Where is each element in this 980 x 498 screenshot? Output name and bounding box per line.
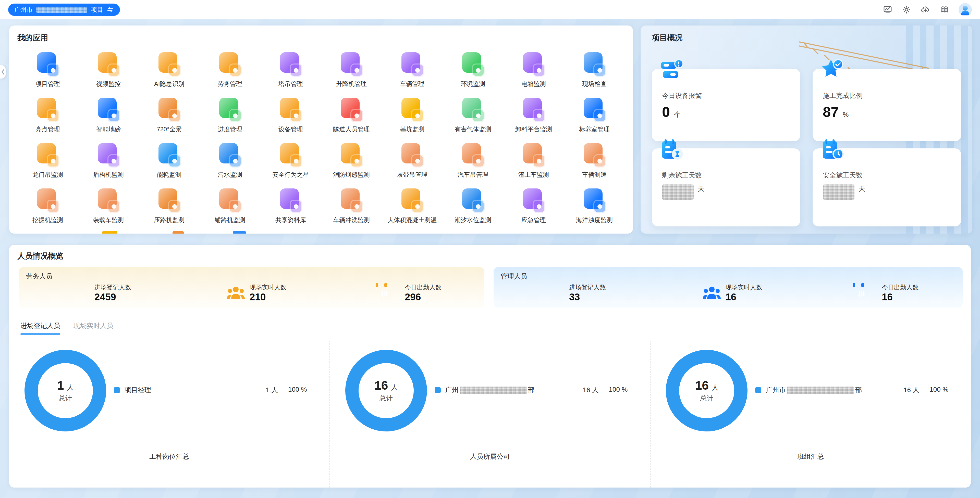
overview-card-unit: 天 [698, 184, 704, 193]
app-item-19[interactable]: 卸料平台监测 [503, 92, 564, 138]
stat-registered: 进场登记人数 2459 [19, 279, 174, 308]
app-item-14[interactable]: 进度管理 [200, 92, 260, 138]
app-icon [521, 97, 546, 122]
app-item-12[interactable]: 智能地磅 [78, 92, 139, 138]
app-item-35[interactable]: 共享资料库 [260, 183, 321, 228]
app-item-34[interactable]: 铺路机监测 [200, 183, 260, 228]
app-icon [460, 142, 486, 168]
app-item-30[interactable]: 车辆测速 [564, 138, 625, 183]
app-icon [217, 187, 243, 213]
app-icon [582, 97, 607, 122]
stat-registered: 进场登记人数 33 [493, 279, 650, 308]
management-personnel-panel: 管理人员 进场登记人数 33 [493, 267, 963, 308]
calendar-clock-icon [820, 137, 845, 163]
app-item-2[interactable]: 视频监控 [78, 47, 139, 92]
app-item-15[interactable]: 设备管理 [260, 92, 321, 138]
chart-caption: 人员所属公司 [330, 452, 650, 461]
legend-name-redacted [787, 387, 854, 394]
app-item-29[interactable]: 渣土车监测 [503, 138, 564, 183]
cloud-download-icon[interactable] [921, 5, 930, 14]
collapse-panel-handle[interactable] [0, 65, 6, 79]
app-item-20[interactable]: 标养室管理 [564, 92, 625, 138]
app-item-24[interactable]: 污水监测 [200, 138, 260, 183]
legend-percent: 100 % [288, 385, 307, 395]
app-item-36[interactable]: 车辆冲洗监测 [321, 183, 382, 228]
avatar-head [963, 6, 968, 11]
app-item-32[interactable]: 装载车监测 [78, 183, 139, 228]
app-item-9[interactable]: 电箱监测 [503, 47, 564, 92]
app-item-3[interactable]: AI隐患识别 [139, 47, 200, 92]
app-item-31[interactable]: 挖掘机监测 [18, 183, 78, 228]
app-icon [35, 187, 60, 213]
app-item-27[interactable]: 履带吊管理 [382, 138, 442, 183]
overview-card-value-redacted [823, 184, 854, 200]
app-item-7[interactable]: 车辆管理 [382, 47, 442, 92]
app-label: 环境监测 [461, 80, 485, 88]
app-item-4[interactable]: 劳务管理 [200, 47, 260, 92]
user-avatar[interactable] [959, 3, 972, 16]
tab-registered-personnel[interactable]: 进场登记人员 [21, 321, 60, 335]
app-item-26[interactable]: 消防烟感监测 [321, 138, 382, 183]
app-item-37[interactable]: 大体积混凝土测温 [382, 183, 442, 228]
app-item-11[interactable]: 亮点管理 [18, 92, 78, 138]
legend-row: 广州市 部 16 人 100 % [755, 385, 948, 395]
project-overview-panel: 项目概况 今日设备报警 0 个 [641, 25, 972, 233]
app-label: 汽车吊管理 [458, 171, 488, 179]
app-item-13[interactable]: 720°全景 [139, 92, 200, 138]
app-item-6[interactable]: 升降机管理 [321, 47, 382, 92]
app-label: 压路机监测 [154, 216, 185, 224]
manual-book-icon[interactable] [940, 5, 949, 14]
app-label: 电箱监测 [522, 80, 546, 88]
app-icon [278, 187, 304, 213]
app-item-18[interactable]: 有害气体监测 [442, 92, 503, 138]
project-selector[interactable]: 广州市 项目 [8, 3, 120, 16]
overview-card-label: 安全施工天数 [823, 171, 953, 180]
app-item-38[interactable]: 潮汐水位监测 [442, 183, 503, 228]
stat-value: 296 [405, 291, 442, 303]
donut-center-label: 16人 总计 [666, 350, 748, 431]
app-item-5[interactable]: 塔吊管理 [260, 47, 321, 92]
tab-realtime-personnel[interactable]: 现场实时人员 [73, 321, 113, 335]
app-item-16[interactable]: 隧道人员管理 [321, 92, 382, 138]
avatar-body [961, 11, 969, 15]
management-stats: 进场登记人数 33 现场实时人数 16 班 [493, 279, 963, 308]
app-icon [96, 187, 121, 213]
legend-color-chip [755, 387, 761, 393]
app-item-25[interactable]: 安全行为之星 [260, 138, 321, 183]
app-item-1[interactable]: 项目管理 [18, 47, 78, 92]
app-item-22[interactable]: 盾构机监测 [78, 138, 139, 183]
app-item-40[interactable]: 海洋浊度监测 [564, 183, 625, 228]
app-icon [521, 142, 546, 168]
app-item-8[interactable]: 环境监测 [442, 47, 503, 92]
app-icon [582, 187, 607, 213]
app-item-28[interactable]: 汽车吊管理 [442, 138, 503, 183]
dashboard-monitor-icon[interactable] [883, 5, 892, 14]
app-label: 海洋浊度监测 [576, 216, 613, 224]
app-item-21[interactable]: 龙门吊监测 [18, 138, 78, 183]
app-icon [460, 187, 486, 213]
app-label: 装载车监测 [93, 216, 124, 224]
app-icon [35, 97, 60, 122]
overview-card-value: 87 [823, 105, 838, 119]
app-icon [339, 187, 364, 213]
project-overview-title: 项目概况 [652, 33, 682, 43]
donut-center-label: 16人 总计 [345, 350, 427, 431]
people-icon [226, 285, 243, 302]
calendar-hourglass-icon [659, 137, 684, 163]
stat-value: 33 [569, 291, 606, 303]
app-item-23[interactable]: 能耗监测 [139, 138, 200, 183]
app-label: 应急管理 [522, 216, 546, 224]
legend-color-chip [114, 387, 120, 393]
app-item-17[interactable]: 基坑监测 [382, 92, 442, 138]
settings-gear-icon[interactable] [902, 5, 911, 14]
app-label: 有害气体监测 [455, 125, 491, 133]
swap-project-icon [107, 6, 114, 13]
legend-name-prefix: 广州市 [766, 385, 786, 395]
app-label: 设备管理 [278, 125, 303, 133]
app-icon [35, 142, 60, 168]
app-item-10[interactable]: 现场检查 [564, 47, 625, 92]
app-icon [399, 142, 425, 168]
stat-value: 16 [725, 291, 762, 303]
app-item-39[interactable]: 应急管理 [503, 183, 564, 228]
app-item-33[interactable]: 压路机监测 [139, 183, 200, 228]
